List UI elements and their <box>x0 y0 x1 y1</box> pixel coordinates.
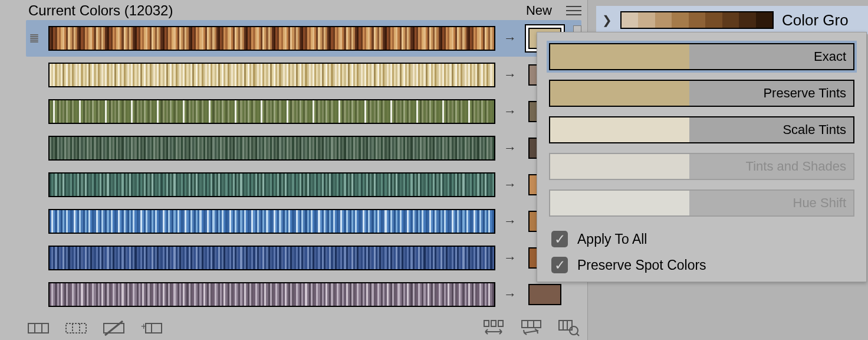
color-strip[interactable] <box>48 136 495 161</box>
arrow-right-icon: → <box>504 31 517 46</box>
recolor-option-label: Tints and Shades <box>689 154 853 179</box>
svg-rect-6 <box>66 323 86 333</box>
tool-icon-2[interactable] <box>64 319 88 338</box>
color-row[interactable]: →▾ <box>26 130 581 166</box>
color-row[interactable]: →▾ <box>26 166 581 203</box>
preserve-spot-checkbox[interactable]: ✓ <box>551 257 568 273</box>
recolor-option[interactable]: Exact <box>549 43 854 70</box>
color-row[interactable]: →▾ <box>26 20 581 57</box>
arrow-right-icon: → <box>504 214 517 229</box>
color-row[interactable]: →▾ <box>26 240 581 276</box>
tool-icon-4[interactable]: + <box>139 319 164 338</box>
recolor-popup: ExactPreserve TintsScale TintsTints and … <box>537 32 867 282</box>
svg-rect-16 <box>498 321 503 326</box>
tool-icon-5[interactable] <box>481 319 506 338</box>
panel-title: Current Colors (12032) <box>28 2 173 19</box>
svg-rect-15 <box>491 321 496 326</box>
recolor-option-label: Scale Tints <box>689 117 853 142</box>
apply-to-all-checkbox[interactable]: ✓ <box>551 231 568 247</box>
color-strip[interactable] <box>48 209 495 234</box>
recolor-option[interactable]: Preserve Tints <box>549 80 854 107</box>
target-swatch[interactable] <box>528 284 561 305</box>
svg-text:+: + <box>141 321 146 331</box>
recolor-option-label: Preserve Tints <box>689 81 853 106</box>
tool-icon-6[interactable] <box>519 319 544 338</box>
svg-line-24 <box>577 334 579 336</box>
recolor-option[interactable]: Scale Tints <box>549 116 854 143</box>
color-group-header[interactable]: ❯ Color Gro <box>596 6 868 34</box>
color-strip[interactable] <box>48 172 495 197</box>
tool-icon-7[interactable] <box>557 319 581 338</box>
arrow-right-icon: → <box>504 67 517 83</box>
arrow-right-icon: → <box>504 287 517 302</box>
color-group-label: Color Gro <box>782 11 849 30</box>
toolbar: + <box>26 313 581 340</box>
recolor-option-label: Hue Shift <box>689 191 853 215</box>
svg-rect-14 <box>484 321 489 326</box>
color-strip[interactable] <box>48 282 495 307</box>
color-strip[interactable] <box>48 99 495 124</box>
tool-icon-3[interactable] <box>101 319 126 338</box>
arrow-right-icon: → <box>504 140 517 156</box>
color-strip[interactable] <box>48 246 495 270</box>
svg-rect-11 <box>146 323 162 333</box>
color-group-gradient <box>620 11 774 29</box>
new-button[interactable]: New <box>526 3 552 18</box>
color-strip[interactable] <box>48 63 495 87</box>
tool-icon-1[interactable] <box>26 319 51 338</box>
color-row[interactable]: →▾ <box>26 57 581 93</box>
chevron-right-icon: ❯ <box>602 13 612 27</box>
color-row[interactable]: →▾ <box>26 276 581 313</box>
recolor-option: Tints and Shades <box>549 153 854 180</box>
menu-icon[interactable] <box>566 5 581 16</box>
color-row[interactable]: →▾ <box>26 93 581 130</box>
arrow-right-icon: → <box>504 177 517 192</box>
recolor-option-label: Exact <box>689 44 853 69</box>
arrow-right-icon: → <box>504 250 517 266</box>
svg-rect-17 <box>522 321 541 328</box>
arrow-right-icon: → <box>504 104 517 119</box>
recolor-option: Hue Shift <box>549 189 854 217</box>
color-row[interactable]: →▾ <box>26 203 581 240</box>
apply-to-all-label: Apply To All <box>577 231 647 247</box>
grip-icon[interactable] <box>28 34 40 42</box>
svg-rect-3 <box>28 323 48 333</box>
color-strip[interactable] <box>48 26 495 51</box>
preserve-spot-label: Preserve Spot Colors <box>577 257 706 273</box>
